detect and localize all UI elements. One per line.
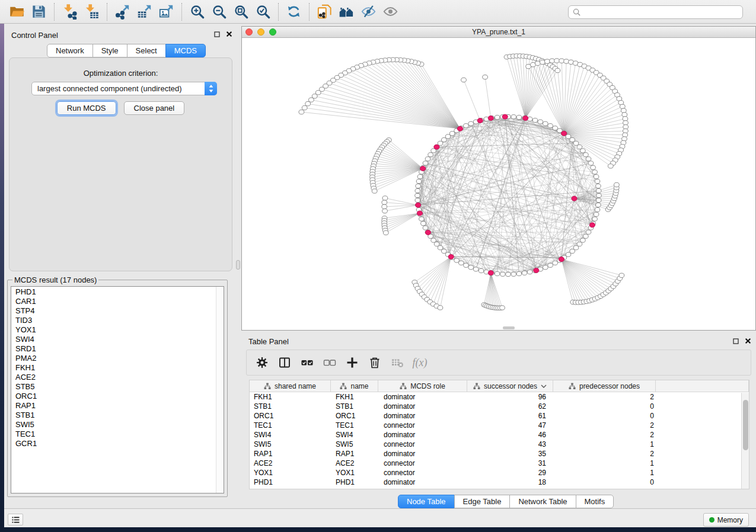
- table-panel-float-button[interactable]: [733, 337, 739, 346]
- close-panel-button[interactable]: Close panel: [124, 101, 185, 115]
- cell: 31: [467, 459, 553, 468]
- show-columns-button[interactable]: [277, 355, 292, 370]
- mcds-result-item[interactable]: RAP1: [11, 401, 215, 411]
- refresh-layout-button[interactable]: [283, 2, 305, 22]
- cell: STB1: [331, 402, 378, 411]
- table-row[interactable]: YOX1YOX1connector291: [250, 468, 749, 477]
- mcds-result-list[interactable]: PHD1CAR1STP4TID3YOX1SWI4SRD1PMA2FKH1ACE2…: [11, 286, 224, 493]
- zoom-fit-button[interactable]: [230, 2, 252, 22]
- function-builder-button[interactable]: f(x): [413, 355, 427, 370]
- mcds-result-item[interactable]: ORC1: [11, 392, 215, 401]
- table-row[interactable]: RAP1RAP1dominator352: [250, 449, 749, 459]
- result-list-scrollbar[interactable]: [216, 287, 224, 493]
- export-network-button[interactable]: [111, 2, 133, 22]
- cell: 1: [553, 468, 656, 477]
- tab-node-table[interactable]: Node Table: [398, 495, 455, 508]
- export-network-icon: [114, 4, 130, 20]
- mcds-panel-card: Optimization criterion: largest connecte…: [9, 57, 232, 271]
- export-image-button[interactable]: [155, 2, 177, 22]
- home-view-button[interactable]: [336, 2, 358, 22]
- cell: SWI5: [250, 440, 331, 449]
- open-session-button[interactable]: [6, 2, 28, 22]
- control-panel-float-button[interactable]: [214, 31, 220, 37]
- table-row[interactable]: ACE2ACE2connector311: [250, 459, 749, 468]
- import-network-button[interactable]: [59, 2, 81, 22]
- table-row[interactable]: FKH1FKH1dominator962: [250, 392, 749, 402]
- save-session-button[interactable]: [28, 2, 50, 22]
- mcds-result-item[interactable]: STB1: [11, 411, 215, 420]
- run-mcds-button[interactable]: Run MCDS: [57, 101, 116, 115]
- column-header-successor-nodes[interactable]: successor nodes: [467, 380, 553, 392]
- table-row[interactable]: SWI4SWI4dominator462: [250, 430, 749, 440]
- clone-network-button[interactable]: [314, 2, 336, 22]
- delete-row-button[interactable]: [368, 355, 382, 370]
- status-bar: Memory: [4, 508, 756, 527]
- mcds-result-item[interactable]: SRD1: [11, 344, 215, 354]
- select-all-button[interactable]: [300, 355, 314, 370]
- tab-select[interactable]: Select: [127, 44, 166, 57]
- home-view-icon: [339, 4, 355, 20]
- zoom-in-button[interactable]: [186, 2, 208, 22]
- chevron-down-icon[interactable]: [541, 384, 547, 388]
- mcds-result-item[interactable]: FKH1: [11, 363, 215, 373]
- clear-table-button[interactable]: [390, 355, 404, 370]
- tab-edge-table[interactable]: Edge Table: [454, 495, 511, 508]
- export-table-button[interactable]: [133, 2, 155, 22]
- cell: SWI4: [331, 430, 378, 440]
- tab-network[interactable]: Network: [47, 44, 93, 57]
- mcds-result-item[interactable]: ACE2: [11, 373, 215, 382]
- column-label: successor nodes: [484, 382, 537, 390]
- table-body: FKH1FKH1dominator962STB1STB1dominator620…: [250, 392, 749, 487]
- table-row[interactable]: STB1STB1dominator620: [250, 402, 749, 411]
- column-header-shared-name[interactable]: shared name: [250, 380, 331, 392]
- control-panel-title: Control Panel: [11, 31, 58, 40]
- table-row[interactable]: ORC1ORC1dominator610: [250, 411, 749, 421]
- mcds-result-item[interactable]: CAR1: [11, 297, 215, 306]
- cell: STB1: [250, 402, 331, 411]
- memory-button[interactable]: Memory: [703, 513, 749, 527]
- tab-mcds[interactable]: MCDS: [165, 44, 206, 57]
- mcds-result-item[interactable]: SWI4: [11, 335, 215, 344]
- criterion-select[interactable]: largest connected component (undirected): [31, 82, 217, 95]
- network-hscrollbar-thumb[interactable]: [503, 326, 515, 329]
- mcds-result-item[interactable]: STP4: [11, 306, 215, 316]
- table-row[interactable]: TEC1TEC1connector472: [250, 421, 749, 430]
- network-window-titlebar[interactable]: YPA_prune.txt_1: [242, 27, 755, 38]
- tab-network-table[interactable]: Network Table: [509, 495, 576, 508]
- mcds-result-item[interactable]: PHD1: [11, 287, 215, 297]
- mcds-result-item[interactable]: YOX1: [11, 325, 215, 335]
- show-eye-button[interactable]: [379, 2, 401, 22]
- column-header-MCDS-role[interactable]: MCDS role: [378, 380, 467, 392]
- cell: 2: [553, 421, 656, 430]
- panel-splitter-handle[interactable]: [236, 260, 240, 270]
- zoom-out-button[interactable]: [208, 2, 230, 22]
- add-row-button[interactable]: [345, 355, 359, 370]
- cell: PHD1: [250, 477, 331, 487]
- table-settings-button[interactable]: [255, 355, 269, 370]
- tab-motifs[interactable]: Motifs: [576, 495, 614, 508]
- task-history-button[interactable]: [8, 514, 23, 525]
- mcds-result-item[interactable]: SWI5: [11, 420, 215, 430]
- column-header-predecessor-nodes[interactable]: predecessor nodes: [553, 380, 656, 392]
- import-table-button[interactable]: [81, 2, 103, 22]
- column-header-name[interactable]: name: [331, 380, 378, 392]
- mcds-result-item[interactable]: STB5: [11, 382, 215, 392]
- table-panel: Table Panel f(x) shared namenameMCDS rol…: [241, 335, 756, 508]
- tab-style[interactable]: Style: [92, 44, 127, 57]
- mcds-result-item[interactable]: GCR1: [11, 439, 215, 448]
- mcds-result-item[interactable]: TEC1: [11, 430, 215, 439]
- mcds-result-item[interactable]: PMA2: [11, 354, 215, 363]
- mcds-result-item[interactable]: TID3: [11, 316, 215, 325]
- deselect-all-button[interactable]: [323, 355, 337, 370]
- network-canvas[interactable]: [242, 38, 755, 330]
- table-row[interactable]: PHD1PHD1dominator180: [250, 477, 749, 487]
- table-scrollbar[interactable]: [741, 393, 749, 489]
- table-scrollbar-thumb[interactable]: [743, 400, 748, 450]
- search-input[interactable]: [568, 5, 743, 19]
- table-panel-close-button[interactable]: [745, 337, 751, 346]
- control-panel: Control Panel NetworkStyleSelectMCDS Opt…: [4, 26, 237, 507]
- table-row[interactable]: SWI5SWI5connector431: [250, 440, 749, 449]
- zoom-selected-button[interactable]: [252, 2, 274, 22]
- hide-elements-button[interactable]: [358, 2, 379, 22]
- control-panel-close-button[interactable]: [226, 31, 232, 37]
